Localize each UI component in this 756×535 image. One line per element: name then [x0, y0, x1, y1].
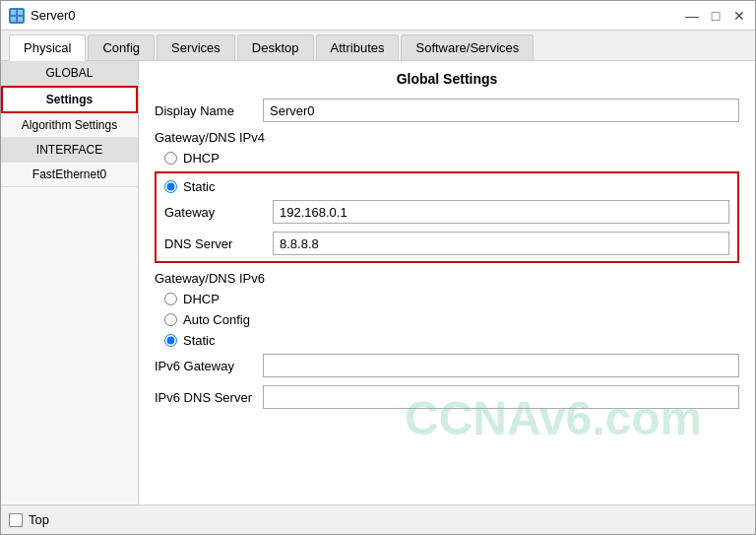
- sidebar-scroll: GLOBAL Settings Algorithm Settings INTER…: [1, 61, 138, 504]
- ipv6-gateway-input[interactable]: [263, 354, 739, 377]
- tab-physical[interactable]: Physical: [9, 34, 86, 61]
- ipv6-dns-input[interactable]: [263, 385, 739, 409]
- svg-rect-2: [11, 17, 16, 22]
- static-radio[interactable]: [164, 180, 177, 193]
- ipv6-gateway-label: IPv6 Gateway: [155, 359, 263, 373]
- svg-rect-1: [18, 10, 23, 15]
- gateway-ipv6-section-title: Gateway/DNS IPv6: [155, 271, 739, 286]
- gateway-row: Gateway: [164, 200, 729, 224]
- sidebar-item-algorithm[interactable]: Algorithm Settings: [1, 113, 138, 138]
- sidebar-item-interface[interactable]: INTERFACE: [1, 138, 138, 163]
- sidebar-item-settings[interactable]: Settings: [1, 86, 138, 113]
- gateway-input[interactable]: [273, 200, 729, 224]
- content-area: GLOBAL Settings Algorithm Settings INTER…: [1, 61, 755, 504]
- window-title: Server0: [31, 8, 76, 23]
- minimize-button[interactable]: —: [684, 8, 700, 24]
- tab-attributes[interactable]: Attributes: [316, 34, 400, 60]
- gateway-ipv4-section-title: Gateway/DNS IPv4: [155, 130, 739, 145]
- top-label: Top: [29, 512, 49, 527]
- static-ipv6-radio-row: Static: [155, 333, 739, 348]
- static-ipv6-radio[interactable]: [164, 334, 177, 347]
- tab-desktop[interactable]: Desktop: [237, 34, 314, 60]
- display-name-label: Display Name: [155, 103, 263, 118]
- title-bar: Server0 — □ ✕: [1, 1, 755, 31]
- dns-row: DNS Server: [164, 232, 729, 255]
- ipv6-gateway-row: IPv6 Gateway: [155, 354, 739, 377]
- dhcp-ipv6-label: DHCP: [183, 292, 220, 306]
- dhcp-ipv6-radio-row: DHCP: [155, 292, 739, 306]
- sidebar-item-global[interactable]: GLOBAL: [1, 61, 138, 86]
- dhcp-radio-row: DHCP: [155, 151, 739, 166]
- static-label: Static: [183, 179, 216, 194]
- top-checkbox[interactable]: [9, 513, 23, 527]
- maximize-button[interactable]: □: [708, 8, 724, 24]
- svg-rect-3: [18, 17, 23, 22]
- dhcp-ipv6-radio[interactable]: [164, 293, 177, 305]
- dhcp-label: DHCP: [183, 151, 220, 166]
- auto-config-radio[interactable]: [164, 313, 177, 326]
- title-bar-left: Server0: [9, 8, 76, 24]
- tabs-bar: Physical Config Services Desktop Attribu…: [1, 31, 755, 61]
- dns-input[interactable]: [273, 232, 729, 255]
- display-name-row: Display Name: [155, 99, 739, 122]
- sidebar: GLOBAL Settings Algorithm Settings INTER…: [1, 61, 139, 504]
- static-radio-row: Static: [164, 179, 729, 194]
- display-name-input[interactable]: [263, 99, 739, 122]
- panel-title: Global Settings: [155, 71, 739, 87]
- static-ipv6-label: Static: [183, 333, 216, 348]
- main-window: Server0 — □ ✕ Physical Config Services D…: [0, 0, 756, 535]
- main-panel: Global Settings Display Name Gateway/DNS…: [139, 61, 755, 504]
- svg-rect-0: [11, 10, 16, 15]
- tab-config[interactable]: Config: [88, 34, 155, 60]
- tab-software-services[interactable]: Software/Services: [401, 34, 534, 60]
- gateway-label: Gateway: [164, 205, 273, 220]
- window-icon: [9, 8, 25, 24]
- dns-label: DNS Server: [164, 236, 273, 251]
- sidebar-item-fastethernet[interactable]: FastEthernet0: [1, 163, 138, 187]
- close-button[interactable]: ✕: [731, 8, 747, 24]
- static-section-box: Static Gateway DNS Server: [155, 171, 739, 263]
- ipv6-dns-row: IPv6 DNS Server: [155, 385, 739, 409]
- bottom-bar: Top: [1, 504, 755, 534]
- dhcp-radio[interactable]: [164, 152, 177, 165]
- tab-services[interactable]: Services: [157, 34, 235, 60]
- auto-config-label: Auto Config: [183, 312, 250, 327]
- title-controls: — □ ✕: [684, 8, 747, 24]
- auto-config-radio-row: Auto Config: [155, 312, 739, 327]
- ipv6-dns-label: IPv6 DNS Server: [155, 390, 263, 405]
